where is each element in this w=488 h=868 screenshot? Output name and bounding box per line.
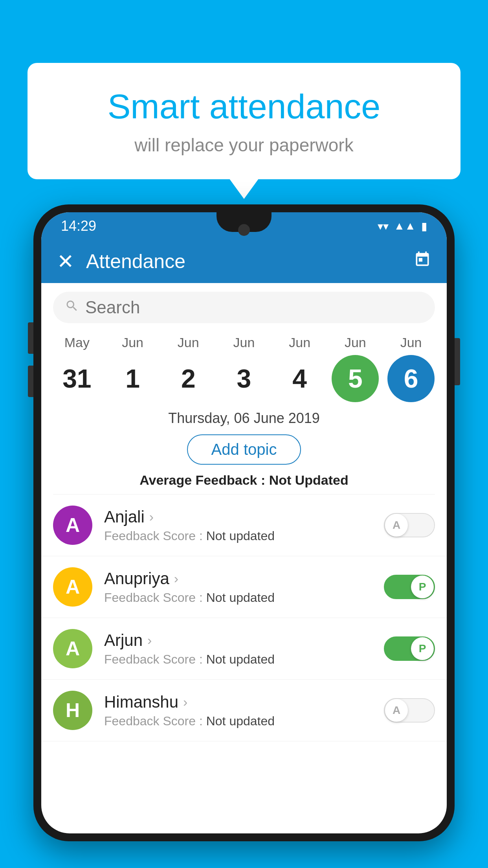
calendar-day[interactable]: May31 [51,335,103,402]
cal-month: Jun [289,335,310,350]
close-button[interactable]: ✕ [57,250,74,273]
phone-notch [216,212,272,232]
phone-camera [238,224,250,236]
status-icons: ▾▾ ▲▲ ▮ [378,220,427,233]
add-topic-button[interactable]: Add topic [187,434,301,465]
average-feedback: Average Feedback : Not Updated [41,469,447,494]
attendance-toggle[interactable]: A [384,513,435,537]
student-item[interactable]: HHimanshu ›Feedback Score : Not updatedA [41,680,447,741]
app-title: Attendance [86,250,402,273]
student-feedback: Feedback Score : Not updated [104,590,372,605]
calendar-day[interactable]: Jun4 [274,335,325,402]
search-input[interactable] [85,298,423,317]
cal-date: 1 [109,355,156,402]
student-name: Anupriya › [104,569,372,588]
avg-feedback-label: Average Feedback : [139,473,265,487]
toggle-thumb: A [385,699,408,722]
toggle-track: P [384,636,435,661]
student-item[interactable]: AAnjali ›Feedback Score : Not updatedA [41,495,447,556]
phone-screen: 14:29 ▾▾ ▲▲ ▮ ✕ Attendance [41,212,447,833]
calendar-day[interactable]: Jun3 [218,335,270,402]
student-item[interactable]: AAnupriya ›Feedback Score : Not updatedP [41,556,447,618]
chevron-icon: › [149,509,154,524]
toggle-thumb: P [411,576,434,598]
student-list: AAnjali ›Feedback Score : Not updatedAAA… [41,495,447,741]
toggle-track: A [384,698,435,723]
avg-feedback-value: Not Updated [269,473,349,487]
calendar-day[interactable]: Jun1 [107,335,158,402]
signal-icon: ▲▲ [394,220,416,232]
volume-down-button [28,366,33,397]
speech-bubble: Smart attendance will replace your paper… [28,63,460,179]
student-avatar: H [53,691,92,730]
speech-bubble-container: Smart attendance will replace your paper… [28,63,460,179]
student-name: Arjun › [104,631,372,650]
toggle-thumb: P [411,637,434,660]
bubble-title: Smart attendance [59,86,429,127]
student-avatar: A [53,629,92,668]
chevron-icon: › [183,694,187,710]
calendar-day[interactable]: Jun6 [385,335,437,402]
cal-month: Jun [400,335,422,350]
student-info: Arjun ›Feedback Score : Not updated [104,631,372,667]
search-bar[interactable] [53,292,435,323]
bubble-subtitle: will replace your paperwork [59,134,429,156]
attendance-toggle[interactable]: P [384,636,435,661]
student-name: Himanshu › [104,693,372,712]
search-icon [65,299,79,316]
calendar-strip: May31Jun1Jun2Jun3Jun4Jun5Jun6 [41,327,447,402]
wifi-icon: ▾▾ [378,220,389,233]
battery-icon: ▮ [421,220,427,233]
chevron-icon: › [147,633,152,648]
phone-mockup: 14:29 ▾▾ ▲▲ ▮ ✕ Attendance [33,204,455,868]
attendance-toggle[interactable]: A [384,698,435,723]
selected-date-label: Thursday, 06 June 2019 [41,402,447,430]
student-feedback: Feedback Score : Not updated [104,652,372,667]
cal-month: Jun [178,335,199,350]
cal-month: May [64,335,90,350]
student-name: Anjali › [104,508,372,526]
calendar-day[interactable]: Jun2 [163,335,214,402]
cal-month: Jun [345,335,366,350]
app-bar: ✕ Attendance [41,240,447,283]
calendar-icon[interactable] [414,251,431,272]
cal-date: 31 [53,355,101,402]
cal-month: Jun [233,335,255,350]
student-avatar: A [53,506,92,545]
student-info: Himanshu ›Feedback Score : Not updated [104,693,372,728]
power-button [455,338,460,385]
cal-date: 5 [332,355,379,402]
attendance-toggle[interactable]: P [384,575,435,599]
student-info: Anjali ›Feedback Score : Not updated [104,508,372,543]
cal-date: 2 [165,355,212,402]
chevron-icon: › [174,571,178,586]
student-feedback: Feedback Score : Not updated [104,714,372,728]
status-time: 14:29 [61,218,96,234]
cal-date: 6 [387,355,435,402]
student-avatar: A [53,567,92,607]
toggle-track: P [384,575,435,599]
student-item[interactable]: AArjun ›Feedback Score : Not updatedP [41,618,447,680]
toggle-thumb: A [385,514,408,537]
cal-month: Jun [122,335,143,350]
calendar-day[interactable]: Jun5 [330,335,381,402]
student-feedback: Feedback Score : Not updated [104,529,372,543]
volume-up-button [28,322,33,354]
cal-date: 3 [220,355,268,402]
cal-date: 4 [276,355,323,402]
student-info: Anupriya ›Feedback Score : Not updated [104,569,372,605]
toggle-track: A [384,513,435,537]
